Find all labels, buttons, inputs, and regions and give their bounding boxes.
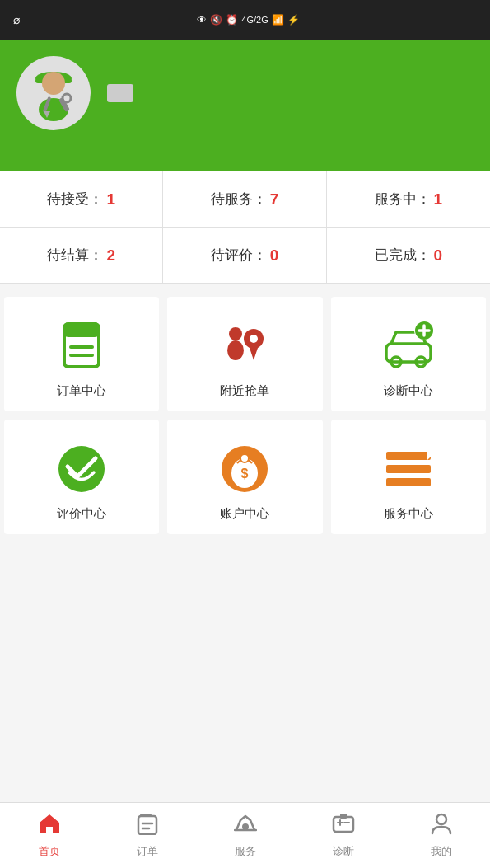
services-nav-icon bbox=[234, 812, 257, 841]
svg-rect-36 bbox=[138, 816, 156, 834]
menu-item-order[interactable]: 订单中心 bbox=[4, 297, 159, 411]
account-icon: $ bbox=[216, 440, 273, 498]
nearby-label: 附近抢单 bbox=[220, 383, 269, 399]
battery-icon: ⚡ bbox=[287, 14, 300, 26]
svg-rect-45 bbox=[340, 814, 347, 819]
header-section bbox=[0, 40, 490, 171]
nearby-icon bbox=[216, 317, 273, 375]
svg-point-40 bbox=[242, 823, 249, 830]
svg-point-26 bbox=[58, 446, 105, 492]
mine-nav-label: 我的 bbox=[431, 844, 452, 859]
mute-icon: 🔇 bbox=[210, 14, 222, 26]
svg-point-5 bbox=[63, 94, 71, 102]
nav-item-orders[interactable]: 订单 bbox=[98, 803, 196, 868]
stat-cell-5[interactable]: 已完成：0 bbox=[327, 228, 490, 284]
services-nav-label: 服务 bbox=[235, 844, 256, 859]
service-label: 服务中心 bbox=[384, 506, 433, 522]
svg-rect-41 bbox=[334, 817, 353, 832]
profile-info bbox=[107, 84, 474, 103]
account-label: 账户中心 bbox=[220, 506, 269, 522]
svg-rect-10 bbox=[64, 324, 99, 335]
status-bar: ⌀ 👁 🔇 ⏰ 4G/2G 📶 ⚡ bbox=[0, 0, 490, 40]
menu-item-nearby[interactable]: 附近抢单 bbox=[167, 297, 322, 411]
menu-grid: 订单中心 附近抢单 诊断中心 评价中心 bbox=[0, 284, 490, 547]
svg-rect-32 bbox=[386, 465, 431, 473]
diag-icon bbox=[380, 317, 437, 375]
profile-row bbox=[16, 56, 474, 130]
svg-point-29 bbox=[240, 454, 249, 462]
eye-icon: 👁 bbox=[197, 14, 207, 26]
svg-point-14 bbox=[229, 327, 242, 340]
signal-icon: 4G/2G bbox=[241, 15, 268, 25]
review-label: 评价中心 bbox=[57, 506, 106, 522]
nav-item-home[interactable]: 首页 bbox=[0, 803, 98, 868]
home-nav-icon bbox=[38, 812, 61, 841]
diagnose-nav-icon bbox=[332, 812, 355, 841]
status-icons: 👁 🔇 ⏰ 4G/2G 📶 ⚡ bbox=[197, 14, 299, 26]
avatar bbox=[16, 56, 91, 130]
nav-item-mine[interactable]: 我的 bbox=[392, 803, 490, 868]
svg-rect-31 bbox=[386, 452, 431, 460]
svg-point-17 bbox=[250, 335, 258, 343]
svg-point-46 bbox=[436, 814, 446, 824]
stat-cell-0[interactable]: 待接受：1 bbox=[0, 171, 163, 228]
svg-marker-18 bbox=[249, 345, 259, 360]
menu-item-diag[interactable]: 诊断中心 bbox=[331, 297, 486, 411]
tech-name-masked bbox=[107, 84, 133, 102]
home-nav-label: 首页 bbox=[39, 844, 60, 859]
usb-icon: ⌀ bbox=[13, 13, 20, 26]
svg-point-15 bbox=[227, 340, 244, 360]
mine-nav-icon bbox=[430, 812, 453, 841]
review-icon bbox=[53, 440, 110, 498]
stat-cell-2[interactable]: 服务中：1 bbox=[327, 171, 490, 228]
diagnose-nav-label: 诊断 bbox=[333, 844, 354, 859]
order-label: 订单中心 bbox=[57, 383, 106, 399]
wifi-icon: 📶 bbox=[272, 14, 284, 26]
orders-nav-icon bbox=[136, 812, 159, 841]
nav-item-services[interactable]: 服务 bbox=[196, 803, 294, 868]
stat-cell-4[interactable]: 待评价：0 bbox=[163, 228, 326, 284]
stat-cell-1[interactable]: 待服务：7 bbox=[163, 171, 326, 228]
svg-point-2 bbox=[42, 72, 65, 95]
menu-item-review[interactable]: 评价中心 bbox=[4, 420, 159, 534]
stats-grid: 待接受：1待服务：7服务中：1待结算：2待评价：0已完成：0 bbox=[0, 171, 490, 284]
nav-item-diagnose[interactable]: 诊断 bbox=[294, 803, 392, 868]
svg-marker-34 bbox=[427, 452, 434, 460]
service-icon bbox=[380, 440, 437, 498]
tech-name-label bbox=[107, 84, 133, 102]
alarm-icon: ⏰ bbox=[226, 14, 238, 26]
bottom-nav: 首页 订单 服务 诊断 我的 bbox=[0, 802, 490, 868]
svg-text:$: $ bbox=[241, 467, 249, 481]
menu-item-service[interactable]: 服务中心 bbox=[331, 420, 486, 534]
stat-cell-3[interactable]: 待结算：2 bbox=[0, 228, 163, 284]
orders-nav-label: 订单 bbox=[137, 844, 158, 859]
diag-label: 诊断中心 bbox=[384, 383, 433, 399]
svg-rect-33 bbox=[386, 478, 431, 486]
menu-item-account[interactable]: $ 账户中心 bbox=[167, 420, 322, 534]
order-icon bbox=[53, 317, 110, 375]
